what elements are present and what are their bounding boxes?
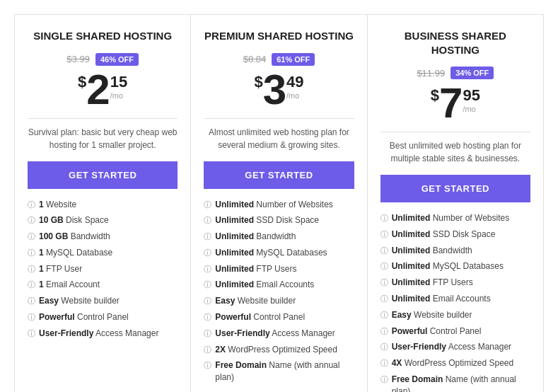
feature-item-business-6: ⓘEasy Website builder bbox=[380, 309, 530, 321]
feature-icon-business-10: ⓘ bbox=[380, 374, 388, 385]
original-price-business: $11.99 bbox=[417, 68, 445, 79]
feature-text-premium-3: Unlimited MySQL Databases bbox=[215, 247, 327, 259]
feature-text-business-9: 4X WordPress Optimized Speed bbox=[392, 357, 514, 369]
feature-text-premium-6: Easy Website builder bbox=[215, 295, 296, 307]
divider-single bbox=[28, 118, 178, 119]
feature-icon-premium-2: ⓘ bbox=[204, 231, 211, 242]
feature-icon-business-7: ⓘ bbox=[380, 326, 388, 337]
feature-text-premium-5: Unlimited Email Accounts bbox=[215, 279, 314, 291]
price-row-premium: $8.8461% OFF bbox=[204, 53, 354, 66]
features-list-premium: ⓘUnlimited Number of WebsitesⓘUnlimited … bbox=[204, 199, 354, 384]
feature-item-business-10: ⓘFree Domain Name (with annual plan) bbox=[380, 374, 530, 392]
price-display-premium: $349/mo bbox=[204, 69, 354, 111]
feature-text-business-10: Free Domain Name (with annual plan) bbox=[392, 374, 530, 392]
feature-text-business-1: Unlimited SSD Disk Space bbox=[392, 229, 496, 241]
feature-text-business-2: Unlimited Bandwidth bbox=[392, 245, 472, 257]
feature-item-single-2: ⓘ100 GB Bandwidth bbox=[28, 231, 178, 243]
feature-bold-business-2: Unlimited bbox=[392, 246, 431, 255]
feature-item-business-7: ⓘPowerful Control Panel bbox=[380, 325, 530, 338]
feature-bold-business-0: Unlimited bbox=[392, 213, 431, 223]
feature-icon-premium-9: ⓘ bbox=[204, 345, 211, 355]
feature-icon-premium-4: ⓘ bbox=[204, 264, 211, 275]
get-started-button-premium[interactable]: GET STARTED bbox=[204, 161, 354, 189]
feature-icon-premium-1: ⓘ bbox=[204, 215, 211, 226]
feature-bold-premium-6: Easy bbox=[215, 296, 235, 306]
discount-badge-business: 34% OFF bbox=[451, 67, 494, 79]
feature-item-business-5: ⓘUnlimited Email Accounts bbox=[380, 293, 530, 305]
feature-icon-premium-5: ⓘ bbox=[204, 279, 211, 290]
feature-bold-premium-9: 2X bbox=[215, 345, 226, 354]
plan-description-premium: Almost unlimited web hosting plan for se… bbox=[204, 126, 354, 151]
feature-icon-premium-3: ⓘ bbox=[204, 248, 211, 258]
feature-icon-single-2: ⓘ bbox=[28, 231, 35, 242]
feature-bold-business-6: Easy bbox=[392, 310, 412, 320]
original-price-premium: $8.84 bbox=[243, 54, 267, 64]
feature-text-single-3: 1 MySQL Database bbox=[39, 247, 112, 259]
feature-item-premium-4: ⓘUnlimited FTP Users bbox=[204, 263, 354, 275]
feature-item-single-6: ⓘEasy Website builder bbox=[28, 295, 178, 307]
price-cents-mo-single: 15/mo bbox=[110, 73, 127, 100]
feature-item-premium-5: ⓘUnlimited Email Accounts bbox=[204, 279, 354, 291]
feature-text-business-7: Powerful Control Panel bbox=[392, 325, 482, 338]
feature-item-premium-9: ⓘ2X WordPress Optimized Speed bbox=[204, 344, 354, 356]
feature-text-single-8: User-Friendly Access Manager bbox=[39, 328, 158, 340]
plan-card-business: BUSINESS SHARED HOSTING$11.9934% OFF$795… bbox=[368, 14, 544, 392]
feature-item-premium-10: ⓘFree Domain Name (with annual plan) bbox=[204, 359, 354, 384]
feature-text-business-0: Unlimited Number of Websites bbox=[392, 212, 510, 224]
feature-text-business-3: Unlimited MySQL Databases bbox=[392, 260, 504, 272]
feature-bold-single-3: 1 bbox=[39, 248, 44, 258]
original-price-single: $3.99 bbox=[66, 54, 90, 64]
feature-bold-business-10: Free Domain bbox=[392, 374, 443, 384]
feature-item-premium-7: ⓘPowerful Control Panel bbox=[204, 311, 354, 323]
feature-bold-business-8: User-Friendly bbox=[392, 342, 446, 352]
get-started-button-single[interactable]: GET STARTED bbox=[28, 161, 178, 189]
feature-bold-single-8: User-Friendly bbox=[39, 328, 93, 338]
plan-description-single: Survival plan: basic but very cheap web … bbox=[28, 126, 178, 151]
feature-text-premium-7: Powerful Control Panel bbox=[215, 311, 305, 323]
price-display-business: $795/mo bbox=[380, 82, 530, 125]
plan-title-single: SINGLE SHARED HOSTING bbox=[28, 29, 178, 43]
feature-text-single-1: 10 GB Disk Space bbox=[39, 214, 109, 226]
price-dollar-single: $ bbox=[78, 73, 86, 91]
feature-bold-single-4: 1 bbox=[39, 264, 44, 274]
feature-bold-single-1: 10 GB bbox=[39, 215, 64, 225]
feature-text-business-5: Unlimited Email Accounts bbox=[392, 293, 491, 305]
price-row-single: $3.9946% OFF bbox=[28, 53, 178, 66]
feature-icon-business-2: ⓘ bbox=[380, 246, 388, 256]
feature-bold-single-5: 1 bbox=[39, 279, 44, 289]
feature-text-premium-1: Unlimited SSD Disk Space bbox=[215, 214, 319, 226]
feature-text-premium-0: Unlimited Number of Websites bbox=[215, 199, 333, 211]
price-dollar-business: $ bbox=[431, 86, 439, 105]
feature-item-business-8: ⓘUser-Friendly Access Manager bbox=[380, 341, 530, 353]
feature-item-business-2: ⓘUnlimited Bandwidth bbox=[380, 245, 530, 257]
feature-bold-premium-4: Unlimited bbox=[215, 264, 254, 274]
feature-item-premium-2: ⓘUnlimited Bandwidth bbox=[204, 231, 354, 243]
feature-icon-business-6: ⓘ bbox=[380, 310, 388, 321]
feature-bold-business-7: Powerful bbox=[392, 326, 428, 336]
feature-item-business-9: ⓘ4X WordPress Optimized Speed bbox=[380, 357, 530, 369]
feature-bold-premium-0: Unlimited bbox=[215, 200, 254, 209]
feature-item-premium-3: ⓘUnlimited MySQL Databases bbox=[204, 247, 354, 259]
feature-icon-business-0: ⓘ bbox=[380, 213, 388, 224]
feature-text-business-8: User-Friendly Access Manager bbox=[392, 341, 511, 353]
plan-card-single: SINGLE SHARED HOSTING$3.9946% OFF$215/mo… bbox=[14, 14, 191, 392]
feature-icon-premium-10: ⓘ bbox=[204, 360, 211, 371]
plan-title-premium: PREMIUM SHARED HOSTING bbox=[204, 29, 354, 43]
feature-icon-business-1: ⓘ bbox=[380, 229, 388, 240]
plan-description-business: Best unlimited web hosting plan for mult… bbox=[380, 139, 530, 165]
feature-bold-single-0: 1 bbox=[39, 200, 44, 209]
feature-icon-single-0: ⓘ bbox=[28, 200, 35, 210]
feature-icon-business-5: ⓘ bbox=[380, 294, 388, 304]
plan-card-premium: PREMIUM SHARED HOSTING$8.8461% OFF$349/m… bbox=[191, 14, 367, 392]
feature-icon-single-5: ⓘ bbox=[28, 279, 35, 290]
feature-icon-premium-8: ⓘ bbox=[204, 328, 211, 339]
feature-icon-business-3: ⓘ bbox=[380, 261, 388, 272]
feature-icon-single-6: ⓘ bbox=[28, 296, 35, 306]
get-started-button-business[interactable]: GET STARTED bbox=[380, 175, 530, 202]
feature-item-single-4: ⓘ1 FTP User bbox=[28, 263, 178, 275]
feature-bold-premium-5: Unlimited bbox=[215, 279, 254, 289]
feature-icon-premium-7: ⓘ bbox=[204, 312, 211, 323]
price-display-single: $215/mo bbox=[28, 69, 178, 111]
feature-bold-business-1: Unlimited bbox=[392, 229, 431, 239]
price-dollar-premium: $ bbox=[254, 73, 262, 91]
